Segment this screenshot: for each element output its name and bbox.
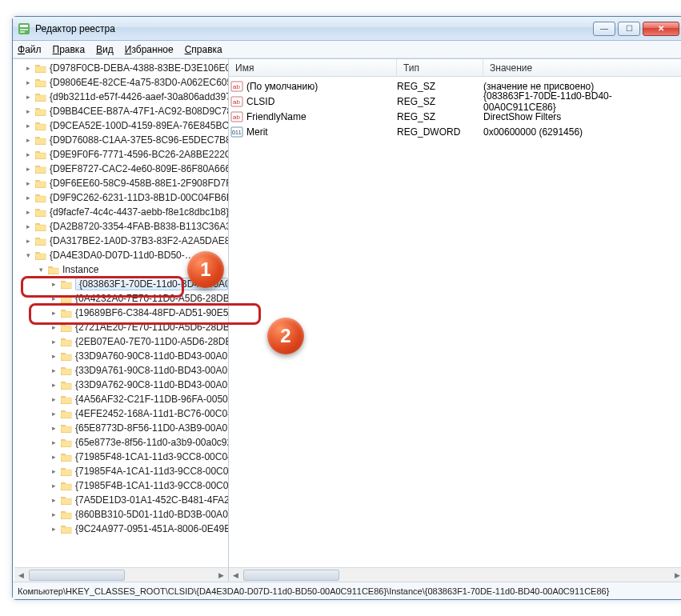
tree-item[interactable]: ▸{860BB310-5D01-11d0-BD3B-00A0C911CE86}: [14, 507, 228, 522]
col-value[interactable]: Значение: [483, 59, 681, 76]
expand-icon[interactable]: ▸: [24, 64, 32, 72]
value-data: DirectShow Filters: [483, 111, 681, 122]
tree-hscroll-thumb[interactable]: [29, 570, 125, 581]
string-value-icon: ab: [229, 95, 245, 108]
expand-icon[interactable]: ▸: [50, 510, 58, 518]
maximize-button[interactable]: ☐: [618, 22, 640, 36]
value-type: REG_SZ: [397, 96, 483, 107]
expand-icon[interactable]: ▸: [24, 136, 32, 144]
col-name[interactable]: Имя: [229, 59, 397, 76]
expand-icon[interactable]: ▸: [50, 381, 58, 389]
tree-item[interactable]: ▸{4EFE2452-168A-11d1-BC76-00C04FB9453B}: [14, 406, 228, 421]
tree-item[interactable]: ▸{33D9A761-90C8-11d0-BD43-00A0C911CE86}: [14, 363, 228, 378]
tree-item[interactable]: ▸{083863F1-70DE-11d0-BD40-00A0C911CE86}: [14, 277, 228, 291]
value-row[interactable]: 011MeritREG_DWORD0x00600000 (6291456): [229, 124, 681, 139]
expand-icon[interactable]: ▸: [24, 78, 32, 86]
tree-item[interactable]: ▸{D9D76088-C1AA-37E5-8C96-E5DEC7B83237}: [14, 133, 228, 147]
string-value-icon: ab: [229, 80, 245, 93]
expand-icon[interactable]: ▸: [50, 309, 58, 317]
menu-edit[interactable]: Правка: [53, 44, 86, 55]
value-type: REG_DWORD: [397, 126, 483, 138]
expand-icon[interactable]: ▸: [24, 107, 32, 115]
minimize-button[interactable]: —: [593, 22, 615, 36]
tree-item[interactable]: ▸{D978F0CB-DEBA-4388-83BE-D3E106E02AE9}: [14, 61, 228, 75]
tree-item[interactable]: ▸{33D9A762-90C8-11d0-BD43-00A0C911CE86}: [14, 378, 228, 392]
svg-rect-2: [20, 29, 28, 30]
expand-icon[interactable]: ▸: [24, 222, 32, 230]
tree-item[interactable]: ▸{D9F6EE60-58C9-458B-88E1-2F908FD7F87B}: [14, 176, 228, 190]
tree-item[interactable]: ▸{0A4232A0-7E70-11D0-A5D6-28DB04C10000}: [14, 291, 228, 306]
tree-item[interactable]: ▸{9C24A977-0951-451A-8006-0E49BD28CD5F}: [14, 522, 228, 536]
expand-icon[interactable]: ▸: [50, 453, 58, 461]
value-columns[interactable]: Имя Тип Значение: [229, 59, 681, 77]
expand-icon[interactable]: ▸: [24, 93, 32, 101]
tree-item[interactable]: ▸{65e8773e-8f56-11d0-a3b9-00a0c9223196}: [14, 435, 228, 450]
expand-icon[interactable]: ▸: [24, 237, 32, 245]
expand-icon[interactable]: ▸: [50, 467, 58, 475]
expand-icon[interactable]: ▸: [50, 338, 58, 346]
key-tree[interactable]: ▸{D978F0CB-DEBA-4388-83BE-D3E106E02AE9}▸…: [13, 59, 229, 582]
registry-editor-window: Редактор реестра — ☐ ✕ Файл Правка Вид И…: [12, 16, 681, 600]
tree-item[interactable]: ▸{D9CEA52E-100D-4159-89EA-76E845BC13F0}: [14, 118, 228, 133]
expand-icon[interactable]: ▾: [37, 266, 45, 274]
tree-item[interactable]: ▸{DA317BE2-1A0D-37B3-83F2-A2A5DAE860BE}: [14, 234, 228, 248]
tree-item[interactable]: ▸{D9BB4CEE-B87A-47F1-AC92-B08D9C78138D}: [14, 104, 228, 118]
value-name: Merit: [245, 126, 397, 138]
expand-icon[interactable]: ▸: [24, 194, 32, 202]
expand-icon[interactable]: ▸: [50, 482, 58, 490]
tree-item[interactable]: ▸{D9806E4E-82CE-4a75-83D0-A062EC6053C7}: [14, 75, 228, 90]
tree-item[interactable]: ▾Instance: [14, 262, 228, 277]
scroll-left-icon[interactable]: ◀: [14, 568, 28, 582]
menu-help[interactable]: Справка: [185, 44, 222, 55]
expand-icon[interactable]: ▸: [50, 280, 58, 288]
expand-icon[interactable]: ▸: [24, 122, 32, 130]
value-row[interactable]: abCLSIDREG_SZ{083863F1-70DE-11d0-BD40-00…: [229, 94, 681, 109]
tree-item[interactable]: ▸{D9F9C262-6231-11D3-8B1D-00C04FB6BBE3}: [14, 190, 228, 205]
value-row[interactable]: abFriendlyNameREG_SZDirectShow Filters: [229, 109, 681, 124]
svg-text:ab: ab: [233, 83, 240, 90]
tree-item[interactable]: ▾{DA4E3DA0-D07D-11d0-BD50-…: [14, 248, 228, 262]
menu-view[interactable]: Вид: [96, 44, 114, 55]
tree-item[interactable]: ▸{71985F48-1CA1-11d3-9CC8-00C04F7971E0}: [14, 450, 228, 464]
scroll-left-icon[interactable]: ◀: [229, 568, 242, 582]
expand-icon[interactable]: ▸: [50, 323, 58, 331]
menu-file[interactable]: Файл: [18, 44, 42, 55]
expand-icon[interactable]: ▸: [50, 410, 58, 418]
expand-icon[interactable]: ▸: [50, 366, 58, 374]
tree-item[interactable]: ▸{2721AE20-7E70-11D0-A5D6-28DB04C10000}: [14, 320, 228, 334]
tree-item[interactable]: ▸{71985F4A-1CA1-11d3-9CC8-00C04F7971E0}: [14, 464, 228, 478]
value-hscroll-thumb[interactable]: [243, 570, 339, 581]
tree-item[interactable]: ▸{DA2B8720-3354-4FAB-B838-B113C36A3599}: [14, 219, 228, 234]
expand-icon[interactable]: ▸: [50, 496, 58, 504]
expand-icon[interactable]: ▸: [24, 165, 32, 173]
expand-icon[interactable]: ▸: [24, 208, 32, 216]
tree-item[interactable]: ▸{7A5DE1D3-01A1-452C-B481-4FA2B96271E8}: [14, 493, 228, 507]
expand-icon[interactable]: ▸: [24, 179, 32, 187]
close-button[interactable]: ✕: [643, 22, 679, 36]
expand-icon[interactable]: ▸: [50, 352, 58, 360]
tree-item[interactable]: ▸{19689BF6-C384-48FD-AD51-90E58C79F70B}: [14, 306, 228, 320]
menu-favorites[interactable]: Избранное: [125, 44, 174, 55]
expand-icon[interactable]: ▸: [50, 395, 58, 403]
tree-hscroll[interactable]: ◀ ▶: [14, 567, 228, 582]
col-type[interactable]: Тип: [397, 59, 483, 76]
expand-icon[interactable]: ▸: [50, 438, 58, 446]
expand-icon[interactable]: ▸: [24, 150, 32, 158]
tree-item[interactable]: ▸{d9facfe7-4c4c-4437-aebb-f8e1c8dbc1b8}: [14, 205, 228, 219]
expand-icon[interactable]: ▾: [24, 251, 32, 259]
scroll-right-icon[interactable]: ▶: [671, 568, 681, 582]
tree-item[interactable]: ▸{71985F4B-1CA1-11d3-9CC8-00C04F7971E0}: [14, 478, 228, 493]
value-hscroll[interactable]: ◀ ▶: [229, 567, 681, 582]
scroll-right-icon[interactable]: ▶: [214, 568, 228, 582]
titlebar[interactable]: Редактор реестра — ☐ ✕: [13, 17, 681, 41]
expand-icon[interactable]: ▸: [50, 424, 58, 432]
tree-item[interactable]: ▸{d9b3211d-e57f-4426-aaef-30a806add397}: [14, 90, 228, 104]
tree-item[interactable]: ▸{33D9A760-90C8-11d0-BD43-00A0C911CE86}: [14, 349, 228, 363]
expand-icon[interactable]: ▸: [50, 525, 58, 533]
tree-item[interactable]: ▸{65E8773D-8F56-11D0-A3B9-00A0C9223196}: [14, 421, 228, 435]
expand-icon[interactable]: ▸: [50, 294, 58, 302]
tree-item[interactable]: ▸{2EB07EA0-7E70-11D0-A5D6-28DB04C10000}: [14, 334, 228, 349]
tree-item[interactable]: ▸{D9EF8727-CAC2-4e60-809E-86F80A666CC0}: [14, 162, 228, 176]
tree-item[interactable]: ▸{4A56AF32-C21F-11DB-96FA-005056C00008}: [14, 392, 228, 406]
tree-item[interactable]: ▸{D9E9F0F6-7771-4596-BC26-2A8BE222CBF5}: [14, 147, 228, 162]
